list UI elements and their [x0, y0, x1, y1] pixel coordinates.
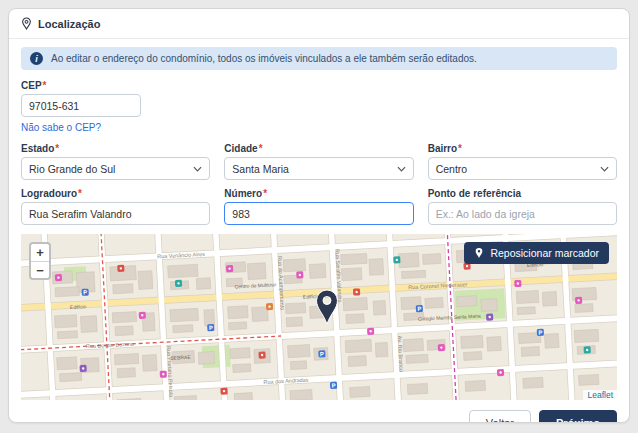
reposition-marker-label: Reposicionar marcador	[490, 247, 599, 259]
chevron-down-icon	[193, 166, 202, 172]
map[interactable]: PPPPPP Rua Venâncio Aires Rua Coronel Ni…	[21, 234, 617, 400]
info-alert-text: Ao editar o endereço do condomínio, todo…	[51, 53, 477, 64]
card-header: Localização	[9, 9, 629, 39]
poi-label: Edifício	[70, 303, 87, 310]
location-pin-icon	[21, 17, 32, 30]
estado-select-value: Rio Grande do Sul	[29, 163, 115, 175]
required-asterisk: *	[55, 143, 59, 154]
pin-icon	[474, 247, 484, 259]
cidade-label: Cidade*	[224, 143, 413, 154]
leaflet-attribution[interactable]: Leaflet	[583, 390, 617, 400]
footer: Voltar Próximo	[9, 400, 629, 423]
parking-icon-glyph: P	[331, 382, 335, 388]
back-button[interactable]: Voltar	[469, 410, 531, 423]
ponto-referencia-input[interactable]	[428, 202, 617, 225]
section-title: Localização	[38, 18, 100, 30]
required-asterisk: *	[458, 143, 462, 154]
required-asterisk: *	[259, 143, 263, 154]
logradouro-field: Logradouro*	[21, 180, 210, 225]
estado-field: Estado* Rio Grande do Sul	[21, 135, 210, 180]
numero-field: Número*	[224, 180, 413, 225]
bairro-field: Bairro* Centro	[428, 135, 617, 180]
info-alert: i Ao editar o endereço do condomínio, to…	[21, 47, 617, 70]
cep-input[interactable]	[21, 94, 141, 117]
ponto-referencia-field: Ponto de referência	[428, 180, 617, 225]
reposition-marker-button[interactable]: Reposicionar marcador	[464, 242, 609, 264]
bairro-select[interactable]: Centro	[428, 157, 617, 180]
ponto-referencia-label: Ponto de referência	[428, 188, 617, 199]
parking-icon-glyph: P	[83, 289, 87, 295]
estado-select[interactable]: Rio Grande do Sul	[21, 157, 210, 180]
logradouro-input[interactable]	[21, 202, 210, 225]
parking-icon-glyph: P	[320, 351, 324, 357]
required-asterisk: *	[263, 188, 267, 199]
bairro-select-value: Centro	[436, 163, 468, 175]
location-card: Localização i Ao editar o endereço do co…	[8, 8, 630, 423]
parking-icon-glyph: P	[538, 329, 542, 335]
next-button[interactable]: Próximo	[539, 410, 617, 423]
cidade-select-value: Santa Maria	[232, 163, 289, 175]
cep-help-link[interactable]: Não sabe o CEP?	[21, 122, 101, 133]
map-zoom-control: + −	[29, 242, 51, 280]
bairro-label: Bairro*	[428, 143, 617, 154]
parking-icon-glyph: P	[209, 325, 213, 331]
address-form: CEP* Não sabe o CEP? Estado* Rio Grande …	[9, 70, 629, 225]
zoom-in-button[interactable]: +	[31, 244, 49, 261]
chevron-down-icon	[397, 166, 406, 172]
numero-label: Número*	[224, 188, 413, 199]
estado-label: Estado*	[21, 143, 210, 154]
numero-input[interactable]	[224, 202, 413, 225]
zoom-out-button[interactable]: −	[31, 261, 49, 278]
required-asterisk: *	[78, 188, 82, 199]
cidade-select[interactable]: Santa Maria	[224, 157, 413, 180]
parking-icon-glyph: P	[417, 306, 421, 312]
chevron-down-icon	[600, 166, 609, 172]
logradouro-label: Logradouro*	[21, 188, 210, 199]
info-icon: i	[30, 52, 43, 65]
required-asterisk: *	[43, 80, 47, 91]
cidade-field: Cidade* Santa Maria	[224, 135, 413, 180]
cep-label: CEP*	[21, 80, 617, 91]
poi-label: SEBRAE	[170, 354, 191, 361]
